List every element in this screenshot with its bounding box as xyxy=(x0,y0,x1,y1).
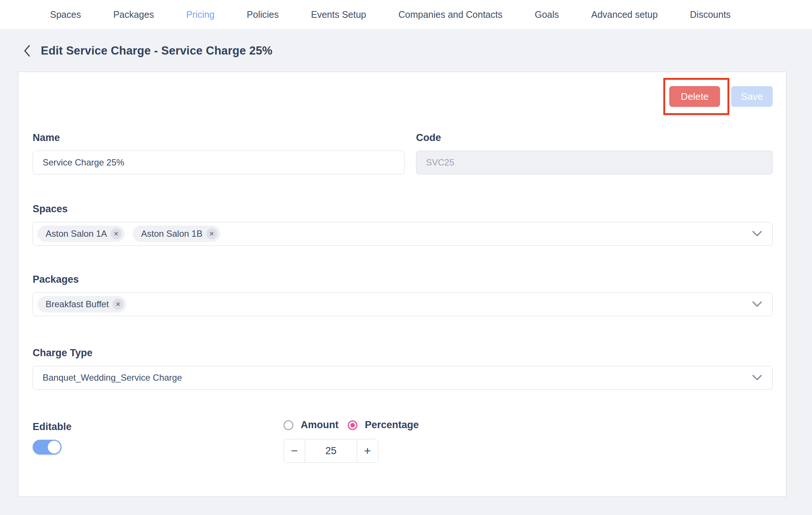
editable-toggle[interactable] xyxy=(33,440,62,455)
edit-service-charge-card: Delete Save Name Service Charge 25% Code… xyxy=(18,72,786,497)
amount-radio[interactable] xyxy=(284,420,293,430)
top-nav: Spaces Packages Pricing Policies Events … xyxy=(0,0,812,30)
stepper-decrement-button[interactable]: − xyxy=(284,439,305,462)
chevron-left-icon xyxy=(23,44,31,58)
stepper-increment-button[interactable]: + xyxy=(357,439,378,462)
nav-item-pricing[interactable]: Pricing xyxy=(186,9,214,20)
spaces-chip: Aston Salon 1A ✕ xyxy=(37,226,125,242)
packages-multiselect[interactable]: Breakfast Buffet ✕ xyxy=(33,292,773,316)
actions-row: Delete Save xyxy=(33,78,773,115)
chevron-down-icon[interactable] xyxy=(752,301,762,307)
code-label: Code xyxy=(416,132,773,144)
nav-item-companies-contacts[interactable]: Companies and Contacts xyxy=(398,9,502,20)
name-code-row: Name Service Charge 25% Code SVC25 xyxy=(33,132,773,174)
nav-item-goals[interactable]: Goals xyxy=(535,9,559,20)
packages-label: Packages xyxy=(33,274,773,285)
packages-section: Packages Breakfast Buffet ✕ xyxy=(33,274,773,316)
chip-label: Breakfast Buffet xyxy=(46,299,109,309)
spaces-chip: Aston Salon 1B ✕ xyxy=(133,226,220,242)
nav-item-discounts[interactable]: Discounts xyxy=(690,9,731,20)
remove-chip-icon[interactable]: ✕ xyxy=(112,299,123,310)
percentage-radio-label[interactable]: Percentage xyxy=(365,419,419,431)
spaces-label: Spaces xyxy=(33,203,773,215)
percentage-radio[interactable] xyxy=(348,420,357,430)
nav-item-advanced-setup[interactable]: Advanced setup xyxy=(591,9,658,20)
nav-item-packages[interactable]: Packages xyxy=(113,9,154,20)
spaces-multiselect[interactable]: Aston Salon 1A ✕ Aston Salon 1B ✕ xyxy=(33,222,773,246)
code-input: SVC25 xyxy=(416,151,773,174)
charge-type-label: Charge Type xyxy=(33,347,773,359)
page-header: Edit Service Charge - Service Charge 25% xyxy=(0,30,812,72)
chip-label: Aston Salon 1B xyxy=(141,229,202,239)
chevron-down-icon[interactable] xyxy=(752,231,762,237)
nav-item-spaces[interactable]: Spaces xyxy=(50,9,81,20)
nav-item-policies[interactable]: Policies xyxy=(247,9,279,20)
stepper-value[interactable]: 25 xyxy=(305,439,357,462)
back-button[interactable] xyxy=(23,44,31,58)
spaces-section: Spaces Aston Salon 1A ✕ Aston Salon 1B ✕ xyxy=(33,203,773,246)
chevron-down-icon[interactable] xyxy=(752,375,762,381)
amount-radio-label[interactable]: Amount xyxy=(301,419,339,431)
charge-type-value: Banquet_Wedding_Service Charge xyxy=(43,373,182,383)
charge-type-select[interactable]: Banquet_Wedding_Service Charge xyxy=(33,366,773,390)
charge-type-section: Charge Type Banquet_Wedding_Service Char… xyxy=(33,347,773,390)
packages-chip: Breakfast Buffet ✕ xyxy=(37,296,126,312)
charge-mode-radio-group: Amount Percentage xyxy=(284,419,419,431)
page-title: Edit Service Charge - Service Charge 25% xyxy=(41,44,273,58)
remove-chip-icon[interactable]: ✕ xyxy=(206,228,217,239)
toggle-knob xyxy=(48,441,60,453)
editable-amount-row: Editable Amount Percentage − 25 + xyxy=(33,421,773,463)
name-label: Name xyxy=(33,132,405,144)
save-button[interactable]: Save xyxy=(731,86,773,107)
name-input[interactable]: Service Charge 25% xyxy=(33,151,405,174)
delete-button[interactable]: Delete xyxy=(669,86,720,107)
delete-annotation-highlight: Delete xyxy=(663,78,729,115)
remove-chip-icon[interactable]: ✕ xyxy=(110,228,122,239)
chip-label: Aston Salon 1A xyxy=(46,229,107,239)
nav-item-events-setup[interactable]: Events Setup xyxy=(311,9,366,20)
editable-label: Editable xyxy=(33,421,284,433)
percentage-stepper: − 25 + xyxy=(284,439,378,463)
